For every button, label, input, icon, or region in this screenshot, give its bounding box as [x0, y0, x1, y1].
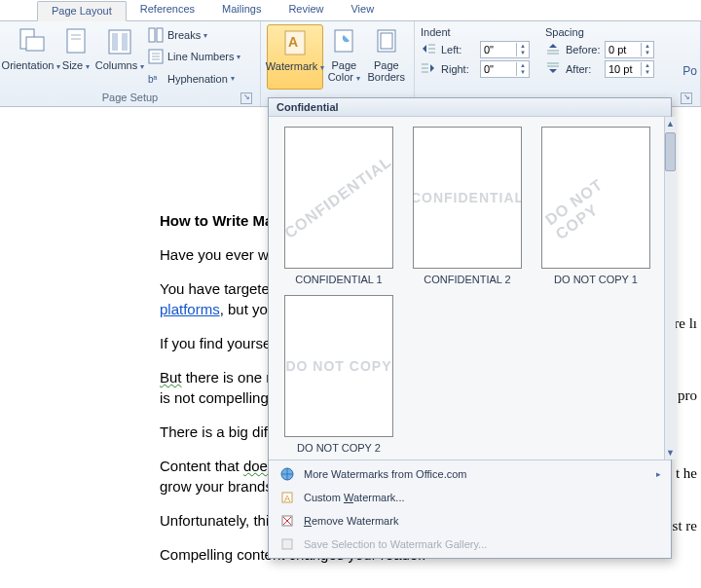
- orientation-label: Orientation▾: [2, 59, 61, 73]
- gallery-grid: CONFIDENTIAL CONFIDENTIAL 1 CONFIDENTIAL…: [269, 117, 664, 459]
- orientation-button[interactable]: Orientation▾: [6, 24, 56, 90]
- page-borders-icon: [371, 26, 402, 57]
- spacing-after-icon: [545, 61, 563, 77]
- tab-page-layout[interactable]: Page Layout: [37, 1, 127, 21]
- gallery-scroll-up[interactable]: ▲: [666, 117, 675, 130]
- svg-text:A: A: [288, 34, 298, 50]
- page-borders-button[interactable]: Page Borders: [365, 24, 408, 90]
- watermark-icon: A: [279, 27, 311, 58]
- tab-references[interactable]: References: [127, 0, 208, 20]
- line-numbers-button[interactable]: Line Numbers▾: [148, 46, 240, 67]
- ribbon: Orientation▾ Size▾ Columns▾ Breaks▾: [0, 21, 701, 107]
- columns-button[interactable]: Columns▾: [95, 24, 144, 90]
- indent-right-up[interactable]: ▲: [517, 62, 529, 69]
- tab-review[interactable]: Review: [275, 0, 337, 20]
- columns-icon: [104, 26, 135, 57]
- indent-right-down[interactable]: ▼: [517, 69, 529, 76]
- spacing-before-spinner[interactable]: ▲▼: [605, 41, 654, 58]
- indent-left-down[interactable]: ▼: [517, 50, 529, 56]
- page-color-button[interactable]: Page Color▾: [323, 24, 365, 90]
- svg-text:bª: bª: [148, 74, 158, 85]
- spacing-heading: Spacing: [545, 26, 654, 38]
- indent-left-input[interactable]: [481, 44, 516, 55]
- custom-watermark-icon: A: [278, 490, 296, 505]
- gallery-header: Confidential: [269, 98, 671, 117]
- gallery-item-confidential-1[interactable]: CONFIDENTIAL CONFIDENTIAL 1: [280, 127, 397, 285]
- group-page-setup: Orientation▾ Size▾ Columns▾ Breaks▾: [0, 21, 261, 106]
- spacing-after-spinner[interactable]: ▲▼: [605, 60, 654, 78]
- indent-left-up[interactable]: ▲: [517, 43, 529, 50]
- spacing-before-label: Before:: [566, 44, 605, 55]
- tab-mailings[interactable]: Mailings: [208, 0, 275, 20]
- svg-rect-7: [122, 33, 128, 51]
- menu-more-watermarks[interactable]: More Watermarks from Office.com▸: [269, 462, 671, 486]
- hyphenation-icon: bª: [148, 71, 164, 87]
- orientation-icon: [16, 26, 47, 57]
- svg-rect-6: [112, 33, 118, 51]
- menu-remove-watermark[interactable]: Remove Watermark: [269, 509, 671, 533]
- doc-tail-7: t he: [676, 465, 697, 482]
- spacing-before-up[interactable]: ▲: [642, 43, 653, 50]
- gallery-scroll-down[interactable]: ▼: [666, 446, 675, 459]
- remove-watermark-icon: [278, 513, 296, 529]
- watermark-gallery: Confidential CONFIDENTIAL CONFIDENTIAL 1…: [268, 97, 672, 559]
- menu-save-to-gallery: Save Selection to Watermark Gallery...: [269, 533, 671, 556]
- indent-right-icon: [421, 61, 438, 77]
- spacing-after-input[interactable]: [606, 63, 641, 75]
- gallery-item-do-not-copy-2[interactable]: DO NOT COPY DO NOT COPY 2: [280, 295, 397, 454]
- doc-tail-5: pro: [678, 387, 697, 404]
- watermark-label: Watermark▾: [266, 60, 324, 74]
- gallery-scrollbar[interactable]: ▲ ▼: [664, 117, 676, 459]
- indent-right-label: Right:: [441, 63, 480, 75]
- group-paragraph: Indent Left: ▲▼ Right: ▲▼: [415, 21, 701, 106]
- tab-view[interactable]: View: [337, 0, 387, 20]
- size-icon: [60, 26, 92, 57]
- menu-custom-watermark[interactable]: A Custom Watermark...: [269, 486, 671, 509]
- indent-left-spinner[interactable]: ▲▼: [480, 41, 530, 58]
- paragraph-dialog-launcher[interactable]: ↘: [681, 92, 692, 104]
- globe-icon: [278, 466, 296, 482]
- svg-text:A: A: [284, 494, 290, 503]
- spacing-after-label: After:: [566, 63, 605, 75]
- svg-rect-2: [67, 29, 85, 53]
- indent-left-icon: [421, 42, 438, 57]
- spacing-before-down[interactable]: ▼: [642, 50, 653, 56]
- ribbon-tabs: Page Layout References Mailings Review V…: [0, 0, 701, 21]
- svg-rect-9: [157, 28, 163, 42]
- breaks-button[interactable]: Breaks▾: [148, 24, 240, 46]
- spacing-before-input[interactable]: [606, 44, 641, 55]
- page-borders-label: Page Borders: [367, 59, 406, 83]
- doc-tail-8: st re: [673, 518, 697, 534]
- hyphenation-button[interactable]: bª Hyphenation▾: [148, 68, 240, 90]
- page-color-label: Page Color▾: [325, 59, 363, 85]
- save-gallery-icon: [278, 536, 296, 552]
- doc-tail-3: re lı: [674, 315, 697, 332]
- size-label: Size▾: [62, 59, 90, 73]
- indent-left-label: Left:: [441, 44, 480, 55]
- indent-right-input[interactable]: [481, 63, 516, 75]
- position-truncated: Po: [683, 64, 697, 78]
- group-page-background: A Watermark▾ Page Color▾ Page Borders: [261, 21, 415, 106]
- breaks-icon: [148, 27, 164, 43]
- spacing-after-down[interactable]: ▼: [642, 69, 653, 76]
- spacing-after-up[interactable]: ▲: [642, 62, 653, 69]
- page-setup-dialog-launcher[interactable]: ↘: [240, 92, 252, 104]
- page-color-icon: [328, 26, 359, 57]
- watermark-button[interactable]: A Watermark▾: [267, 24, 323, 90]
- svg-rect-8: [149, 28, 155, 42]
- gallery-scroll-thumb[interactable]: [665, 132, 676, 171]
- indent-right-spinner[interactable]: ▲▼: [480, 60, 530, 78]
- svg-rect-36: [282, 539, 292, 549]
- svg-rect-1: [26, 37, 44, 51]
- indent-heading: Indent: [421, 26, 530, 38]
- size-button[interactable]: Size▾: [56, 24, 95, 90]
- gallery-item-confidential-2[interactable]: CONFIDENTIAL CONFIDENTIAL 2: [409, 127, 526, 285]
- page-setup-stack: Breaks▾ Line Numbers▾ bª Hyphenation▾: [144, 24, 244, 90]
- columns-label: Columns▾: [95, 59, 144, 73]
- gallery-menu: More Watermarks from Office.com▸ A Custo…: [269, 459, 671, 558]
- group-page-setup-label: Page Setup ↘: [6, 90, 254, 106]
- spacing-before-icon: [545, 42, 563, 57]
- line-numbers-icon: [148, 49, 164, 64]
- gallery-item-do-not-copy-1[interactable]: DO NOT COPY DO NOT COPY 1: [537, 127, 654, 285]
